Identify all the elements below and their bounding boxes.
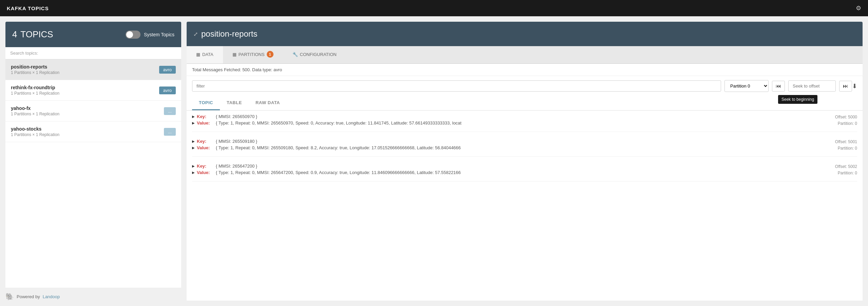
message-item: ▶ Key: { MMSI: 265647200 } ▶ Value: { Ty…: [192, 164, 857, 181]
tab-icon: ▦: [196, 52, 200, 57]
tab-icon: 🔧: [293, 52, 298, 57]
topic-name: yahoo-fx: [11, 106, 59, 111]
topic-item[interactable]: rethink-fx-roundtrip 1 Partitions × 1 Re…: [5, 80, 181, 101]
seek-beginning-tooltip: Seek to beginning: [778, 95, 817, 104]
system-topics-toggle[interactable]: System Topics: [126, 31, 174, 39]
offset-label: Offset: 5002: [835, 164, 857, 170]
tab-data[interactable]: ▦DATA: [187, 46, 223, 63]
tab-badge: 1: [267, 51, 273, 58]
message-list: ▶ Key: { MMSI: 265650970 } ▶ Value: { Ty…: [187, 111, 863, 301]
seek-end-btn[interactable]: ⏭: [839, 81, 852, 92]
tab-partitions[interactable]: ▦PARTITIONS1: [223, 46, 283, 63]
sub-tab-topic[interactable]: TOPIC: [192, 96, 220, 110]
key-row: ▶ Key: { MMSI: 265650970 }: [192, 114, 857, 119]
left-panel: 4 TOPICS System Topics Search topics: po…: [0, 16, 187, 306]
topic-info: yahoo-stocks 1 Partitions × 1 Replicatio…: [11, 126, 59, 137]
main-layout: 4 TOPICS System Topics Search topics: po…: [0, 16, 868, 306]
value-arrow[interactable]: ▶: [192, 146, 195, 150]
topic-item[interactable]: position-reports 1 Partitions × 1 Replic…: [5, 59, 181, 80]
filter-input[interactable]: [192, 80, 721, 92]
topic-name: yahoo-stocks: [11, 126, 59, 132]
value-value: { Type: 1, Repeat: 0, MMSI: 265650970, S…: [216, 120, 461, 126]
topic-info: rethink-fx-roundtrip 1 Partitions × 1 Re…: [11, 85, 59, 96]
topic-info: yahoo-fx 1 Partitions × 1 Replication: [11, 106, 59, 116]
key-arrow[interactable]: ▶: [192, 139, 195, 143]
key-value: { MMSI: 265647200 }: [216, 164, 257, 169]
value-arrow[interactable]: ▶: [192, 121, 195, 125]
seek-offset-input[interactable]: [788, 80, 836, 92]
value-row: ▶ Value: { Type: 1, Repeat: 0, MMSI: 265…: [192, 145, 857, 150]
offset-label: Offset: 5000: [835, 114, 857, 120]
topic-meta: 1 Partitions × 1 Replication: [11, 112, 59, 116]
partition-label: Partition: 0: [835, 120, 857, 127]
message-item: ▶ Key: { MMSI: 265650970 } ▶ Value: { Ty…: [192, 114, 857, 132]
tab-label: CONFIGURATION: [300, 52, 337, 57]
message-item: ▶ Key: { MMSI: 265509180 } ▶ Value: { Ty…: [192, 139, 857, 157]
offset-info: Offset: 5001 Partition: 0: [835, 139, 857, 152]
sub-tabs: TOPICTABLERAW DATA: [187, 96, 863, 111]
value-label: Value:: [197, 120, 214, 126]
tab-icon: ▦: [232, 52, 237, 57]
partition-label: Partition: 0: [835, 170, 857, 176]
tab-configuration[interactable]: 🔧CONFIGURATION: [283, 46, 346, 63]
topic-meta: 1 Partitions × 1 Replication: [11, 70, 59, 75]
system-topics-label: System Topics: [144, 32, 174, 37]
key-value: { MMSI: 265509180 }: [216, 139, 257, 144]
powered-by-label: Powered by: [17, 294, 40, 299]
controls-row: Partition 0 Partition 1 Partition 2 ⏮ Se…: [187, 76, 863, 96]
key-row: ▶ Key: { MMSI: 265509180 }: [192, 139, 857, 144]
topic-name: rethink-fx-roundtrip: [11, 85, 59, 90]
offset-info: Offset: 5002 Partition: 0: [835, 164, 857, 176]
seek-beginning-btn[interactable]: ⏮: [772, 81, 785, 92]
sub-tab-raw-data[interactable]: RAW DATA: [249, 96, 287, 110]
tab-label: PARTITIONS: [239, 52, 265, 57]
value-value: { Type: 1, Repeat: 0, MMSI: 265509180, S…: [216, 145, 461, 150]
topic-meta: 1 Partitions × 1 Replication: [11, 91, 59, 96]
value-value: { Type: 1, Repeat: 0, MMSI: 265647200, S…: [216, 170, 461, 175]
topic-name: position-reports: [11, 64, 59, 70]
topics-label: TOPICS: [20, 29, 53, 39]
data-info-bar: Total Messages Fetched: 500. Data type: …: [187, 64, 863, 76]
tab-label: DATA: [202, 52, 213, 57]
topic-badge: avro: [159, 87, 176, 94]
sub-tab-table[interactable]: TABLE: [220, 96, 249, 110]
seek-offset-container: Seek to beginning: [788, 80, 836, 92]
right-tabs: ▦DATA▦PARTITIONS1🔧CONFIGURATION: [187, 46, 863, 64]
value-label: Value:: [197, 145, 214, 150]
offset-label: Offset: 5001: [835, 139, 857, 145]
key-arrow[interactable]: ▶: [192, 115, 195, 118]
key-label: Key:: [197, 139, 214, 144]
value-row: ▶ Value: { Type: 1, Repeat: 0, MMSI: 265…: [192, 120, 857, 126]
expand-icon[interactable]: ⤢: [193, 31, 198, 37]
topic-badge: ...: [164, 107, 176, 115]
search-box: Search topics:: [5, 47, 181, 59]
data-controls: Partition 0 Partition 1 Partition 2 ⏮ Se…: [192, 78, 852, 94]
right-header: ⤢ position-reports: [187, 22, 863, 46]
right-panel: ⤢ position-reports ▦DATA▦PARTITIONS1🔧CON…: [187, 16, 868, 306]
topic-meta: 1 Partitions × 1 Replication: [11, 132, 59, 137]
value-row: ▶ Value: { Type: 1, Repeat: 0, MMSI: 265…: [192, 170, 857, 175]
data-panel: Total Messages Fetched: 500. Data type: …: [187, 64, 863, 301]
gear-icon[interactable]: ⚙: [856, 4, 861, 12]
toggle-switch[interactable]: [126, 31, 140, 39]
download-btn[interactable]: ⬇: [852, 82, 857, 90]
key-label: Key:: [197, 164, 214, 169]
topics-count: 4: [12, 29, 17, 39]
partition-label: Partition: 0: [835, 145, 857, 152]
app-title: KAFKA TOPICS: [7, 5, 49, 11]
offset-info: Offset: 5000 Partition: 0: [835, 114, 857, 127]
top-nav: KAFKA TOPICS ⚙: [0, 0, 868, 16]
topics-header: 4 TOPICS System Topics: [5, 22, 181, 47]
key-arrow[interactable]: ▶: [192, 164, 195, 168]
value-arrow[interactable]: ▶: [192, 171, 195, 174]
topic-badge: ...: [164, 128, 176, 136]
key-label: Key:: [197, 114, 214, 119]
topic-item[interactable]: yahoo-stocks 1 Partitions × 1 Replicatio…: [5, 121, 181, 142]
landoop-link[interactable]: Landoop: [43, 294, 60, 299]
partition-select[interactable]: Partition 0 Partition 1 Partition 2: [724, 80, 769, 92]
topic-info: position-reports 1 Partitions × 1 Replic…: [11, 64, 59, 75]
topic-item[interactable]: yahoo-fx 1 Partitions × 1 Replication ..…: [5, 101, 181, 121]
topic-list: position-reports 1 Partitions × 1 Replic…: [5, 59, 181, 288]
key-value: { MMSI: 265650970 }: [216, 114, 257, 119]
key-row: ▶ Key: { MMSI: 265647200 }: [192, 164, 857, 169]
